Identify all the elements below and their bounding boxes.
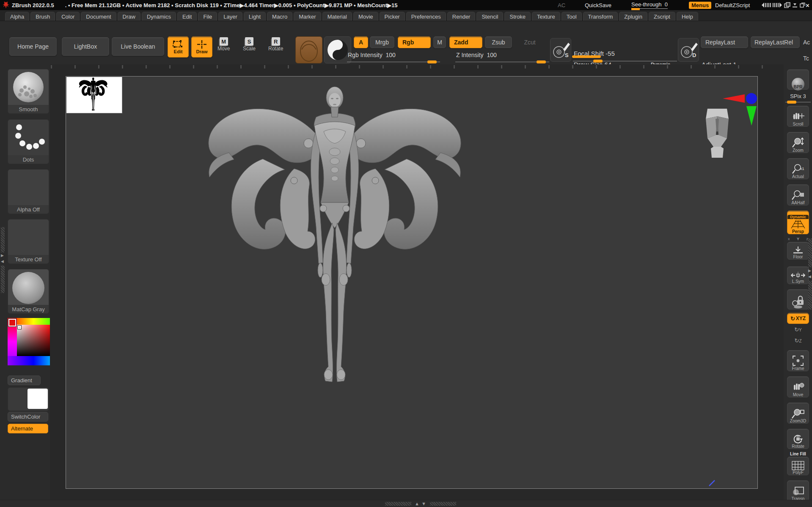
floor-axis-toggles[interactable]: x Y z bbox=[788, 237, 808, 241]
menu-brush[interactable]: Brush bbox=[30, 12, 55, 21]
lightbox-button[interactable]: LightBox bbox=[62, 37, 109, 56]
menu-edit[interactable]: Edit bbox=[177, 12, 197, 21]
zadd-toggle[interactable]: Zadd bbox=[449, 36, 482, 48]
move-canvas-button[interactable]: Move bbox=[787, 376, 809, 397]
menu-draw[interactable]: Draw bbox=[118, 12, 140, 21]
close-button[interactable]: × bbox=[806, 0, 809, 10]
frame-button[interactable]: Frame bbox=[787, 350, 809, 371]
menu-stencil[interactable]: Stencil bbox=[476, 12, 503, 21]
rgb-toggle[interactable]: Rgb bbox=[398, 36, 431, 48]
menu-alpha[interactable]: Alpha bbox=[5, 12, 29, 21]
current-brush-tile[interactable] bbox=[295, 36, 322, 63]
menu-zscript[interactable]: Zscript bbox=[649, 12, 675, 21]
stroke-selector-tile[interactable]: Dots bbox=[8, 119, 49, 164]
floor-button[interactable]: Floor bbox=[787, 242, 809, 260]
rotate-mode-button[interactable]: R Rotate bbox=[268, 37, 283, 52]
alpha-selector-tile[interactable]: Alpha Off bbox=[8, 169, 49, 214]
floor-axis-y[interactable]: Y bbox=[797, 237, 799, 241]
bottom-grip-right[interactable] bbox=[430, 502, 456, 506]
bpr-button[interactable]: BPR bbox=[787, 69, 809, 90]
rotate-z-button[interactable]: ↻Z bbox=[791, 337, 805, 344]
texture-selector-tile[interactable]: Texture Off bbox=[8, 219, 49, 264]
shelf-scroll-indicator[interactable] bbox=[572, 55, 601, 58]
menu-macro[interactable]: Macro bbox=[267, 12, 292, 21]
lock-camera-button[interactable] bbox=[787, 289, 809, 310]
axis-widget[interactable] bbox=[723, 93, 759, 126]
m-toggle[interactable]: M bbox=[433, 36, 446, 48]
zoom3d-button[interactable]: Zoom3D bbox=[787, 403, 809, 424]
replay-last-button[interactable]: ReplayLast bbox=[701, 36, 748, 48]
tablet-rewind-icon[interactable] bbox=[762, 0, 771, 10]
rotate-canvas-button[interactable]: Rotate bbox=[787, 429, 809, 449]
edit-button[interactable]: Edit bbox=[168, 36, 189, 58]
current-color-swatch[interactable] bbox=[8, 319, 16, 326]
alternate-button[interactable]: Alternate bbox=[8, 424, 48, 433]
menu-material[interactable]: Material bbox=[322, 12, 352, 21]
see-through-slider[interactable]: See-through 0 bbox=[631, 0, 668, 10]
menu-light[interactable]: Light bbox=[244, 12, 266, 21]
bottom-close-icon[interactable]: ▼ bbox=[421, 502, 426, 506]
menu-layer[interactable]: Layer bbox=[218, 12, 242, 21]
material-selector-tile[interactable]: MatCap Gray bbox=[8, 269, 49, 314]
zoom-button[interactable]: Zoom bbox=[787, 132, 809, 153]
right-divider-open-icon[interactable]: ▶ bbox=[808, 269, 811, 273]
restore-button[interactable] bbox=[800, 0, 805, 10]
clipped-button-top[interactable]: Ac bbox=[803, 39, 810, 46]
menu-preferences[interactable]: Preferences bbox=[406, 12, 446, 21]
tablet-forward-icon[interactable] bbox=[773, 0, 782, 10]
menu-zplugin[interactable]: Zplugin bbox=[619, 12, 647, 21]
spix-slider[interactable]: SPix 3 bbox=[785, 93, 811, 104]
live-boolean-button[interactable]: Live Boolean bbox=[112, 37, 164, 56]
menu-dynamics[interactable]: Dynamics bbox=[142, 12, 176, 21]
right-divider-close-icon[interactable]: ◀ bbox=[808, 275, 811, 279]
document-area[interactable] bbox=[66, 76, 758, 489]
scroll-button[interactable]: Scroll bbox=[787, 106, 809, 127]
actual-button[interactable]: x1 Actual bbox=[787, 158, 809, 179]
menus-button[interactable]: Menus bbox=[689, 0, 711, 10]
left-divider-grip-bottom[interactable] bbox=[1, 266, 5, 293]
quicksave-button[interactable]: QuickSave bbox=[585, 0, 611, 10]
persp-button[interactable]: Dynamic Persp bbox=[787, 211, 809, 234]
home-page-button[interactable]: Home Page bbox=[9, 37, 57, 56]
secondary-color-swatch[interactable] bbox=[28, 389, 48, 409]
left-divider-close-icon[interactable]: ◀ bbox=[1, 260, 4, 263]
mrgb-toggle[interactable]: Mrgb bbox=[370, 36, 394, 48]
menu-file[interactable]: File bbox=[198, 12, 217, 21]
menu-tool[interactable]: Tool bbox=[562, 12, 582, 21]
gradient-button[interactable]: Gradient bbox=[8, 375, 41, 385]
menu-render[interactable]: Render bbox=[447, 12, 476, 21]
sculpt-model[interactable] bbox=[182, 81, 487, 402]
dynamic-size-icon-button[interactable]: D bbox=[678, 38, 699, 62]
aahalf-button[interactable]: AAHalf bbox=[787, 184, 809, 206]
z-intensity-handle[interactable] bbox=[537, 60, 546, 63]
default-zscript-button[interactable]: DefaultZScript bbox=[715, 0, 750, 10]
zcut-toggle[interactable]: Zcut bbox=[517, 36, 542, 48]
transparency-button[interactable]: Transp bbox=[787, 480, 809, 502]
rotate-xyz-button[interactable]: ↻ XYZ bbox=[787, 313, 809, 324]
polyframe-button[interactable]: PolyF bbox=[787, 457, 809, 475]
spix-handle[interactable] bbox=[787, 101, 796, 104]
saturation-square[interactable] bbox=[17, 325, 52, 356]
bottom-open-icon[interactable]: ▲ bbox=[415, 502, 419, 506]
window-arrange-icon[interactable] bbox=[784, 0, 791, 10]
z-intensity-slider[interactable]: Z Intensity 100 bbox=[455, 52, 549, 63]
menu-document[interactable]: Document bbox=[81, 12, 116, 21]
menu-color[interactable]: Color bbox=[56, 12, 80, 21]
right-divider-grip-bottom[interactable] bbox=[808, 281, 812, 310]
menu-stroke[interactable]: Stroke bbox=[504, 12, 531, 21]
rgb-intensity-handle[interactable] bbox=[427, 60, 437, 63]
local-symmetry-button[interactable]: L.Sym bbox=[787, 266, 809, 284]
menu-transform[interactable]: Transform bbox=[583, 12, 618, 21]
zsub-toggle[interactable]: Zsub bbox=[485, 36, 512, 48]
move-mode-button[interactable]: M Move bbox=[217, 37, 230, 52]
anchor-toggle[interactable]: A bbox=[354, 36, 368, 48]
draw-button[interactable]: Draw bbox=[191, 36, 212, 58]
rgb-intensity-slider[interactable]: Rgb Intensity 100 bbox=[347, 52, 440, 63]
floor-axis-x[interactable]: x bbox=[788, 237, 790, 241]
focal-shift-icon-button[interactable]: S bbox=[550, 38, 571, 62]
menu-movie[interactable]: Movie bbox=[353, 12, 378, 21]
scale-mode-button[interactable]: S Scale bbox=[243, 37, 256, 52]
bottom-grip-left[interactable] bbox=[385, 502, 411, 506]
right-divider-grip-top[interactable] bbox=[808, 238, 812, 267]
canvas[interactable] bbox=[50, 64, 784, 500]
